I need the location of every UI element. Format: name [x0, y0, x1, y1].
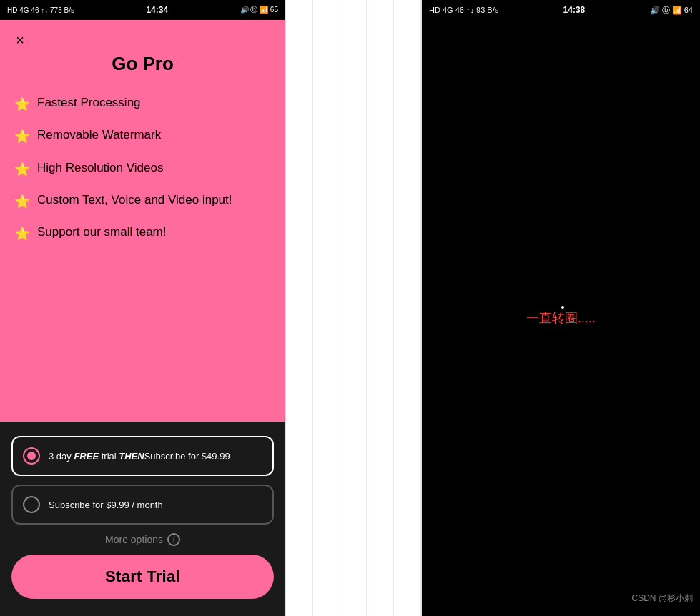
- grid-col-3: [340, 0, 368, 616]
- trial-radio-inner: [27, 452, 36, 460]
- feature-item-1: ⭐ Fastest Processing: [14, 95, 271, 113]
- trial-free: FREE: [74, 451, 99, 462]
- star-icon-4: ⭐: [14, 193, 30, 210]
- left-status-bar: HD 4G 46 ↑↓ 775 B/s 14:34 🔊 ⓑ 📶 65: [0, 0, 285, 20]
- star-icon-3: ⭐: [14, 161, 30, 178]
- middle-grid-panel: [286, 0, 422, 616]
- feature-text-5: Support our small team!: [37, 224, 166, 241]
- right-status-right: 🔊 ⓑ 📶 64: [650, 5, 693, 16]
- more-options-circle-icon: +: [167, 533, 180, 546]
- right-battery-info: 🔊 ⓑ 📶 64: [650, 6, 693, 14]
- feature-item-2: ⭐ Removable Watermark: [14, 127, 271, 145]
- monthly-plan-option[interactable]: Subscribe for $9.99 / month: [11, 485, 274, 525]
- trial-radio-circle: [23, 447, 40, 465]
- feature-item-3: ⭐ High Resolution Videos: [14, 160, 271, 178]
- pink-content-area: × Go Pro ⭐ Fastest Processing ⭐ Removabl…: [0, 20, 285, 422]
- right-time: 14:38: [563, 5, 586, 15]
- feature-text-2: Removable Watermark: [37, 127, 161, 144]
- grid-lines: [286, 0, 421, 616]
- right-screen-content: 一直转圈..... CSDN @杉小刺: [422, 20, 700, 616]
- csdn-watermark: CSDN @杉小刺: [631, 592, 693, 605]
- left-time: 14:34: [146, 5, 168, 15]
- feature-text-3: High Resolution Videos: [37, 160, 163, 177]
- feature-item-4: ⭐ Custom Text, Voice and Video input!: [14, 192, 271, 210]
- go-pro-title: Go Pro: [14, 53, 271, 75]
- start-trial-button[interactable]: Start Trial: [11, 555, 274, 599]
- trial-plan-text: 3 day FREE trial THENSubscribe for $49.9…: [49, 451, 262, 462]
- feature-item-5: ⭐ Support our small team!: [14, 224, 271, 242]
- monthly-plan-text: Subscribe for $9.99 / month: [49, 500, 262, 510]
- right-status-left: HD 4G 46 ↑↓ 93 B/s: [429, 6, 498, 14]
- star-icon-5: ⭐: [14, 225, 30, 242]
- bottom-pricing-section: 3 day FREE trial THENSubscribe for $49.9…: [0, 422, 285, 616]
- grid-col-2: [313, 0, 340, 616]
- features-list: ⭐ Fastest Processing ⭐ Removable Waterma…: [14, 95, 271, 407]
- close-button[interactable]: ×: [10, 30, 30, 50]
- right-status-bar: HD 4G 46 ↑↓ 93 B/s 14:38 🔊 ⓑ 📶 64: [422, 0, 700, 20]
- star-icon-2: ⭐: [14, 128, 30, 145]
- spinner-dot: [561, 306, 564, 309]
- trial-price: Subscribe for $49.99: [144, 451, 230, 462]
- left-status-left: HD 4G 46 ↑↓ 775 B/s: [7, 6, 74, 14]
- trial-middle: trial: [99, 451, 119, 462]
- left-battery-info: 🔊 ⓑ 📶 65: [240, 5, 278, 15]
- left-carrier-info: HD 4G 46 ↑↓ 775 B/s: [7, 6, 74, 14]
- grid-col-1: [286, 0, 313, 616]
- grid-col-4: [367, 0, 394, 616]
- left-status-right: 🔊 ⓑ 📶 65: [240, 5, 278, 15]
- right-phone-panel: HD 4G 46 ↑↓ 93 B/s 14:38 🔊 ⓑ 📶 64 一直转圈..…: [422, 0, 700, 616]
- trial-plan-option[interactable]: 3 day FREE trial THENSubscribe for $49.9…: [11, 436, 274, 476]
- trial-prefix: 3 day: [49, 451, 74, 462]
- star-icon-1: ⭐: [14, 96, 30, 113]
- loading-text: 一直转圈.....: [526, 309, 596, 327]
- close-icon: ×: [16, 32, 24, 49]
- trial-then: THEN: [119, 451, 144, 462]
- right-carrier-info: HD 4G 46 ↑↓ 93 B/s: [429, 6, 498, 14]
- monthly-radio-circle: [23, 496, 40, 513]
- feature-text-4: Custom Text, Voice and Video input!: [37, 192, 232, 209]
- grid-col-5: [394, 0, 421, 616]
- more-options-row[interactable]: More options +: [11, 533, 274, 546]
- feature-text-1: Fastest Processing: [37, 95, 141, 111]
- left-phone-panel: HD 4G 46 ↑↓ 775 B/s 14:34 🔊 ⓑ 📶 65 × Go …: [0, 0, 286, 616]
- more-options-label: More options: [105, 534, 163, 545]
